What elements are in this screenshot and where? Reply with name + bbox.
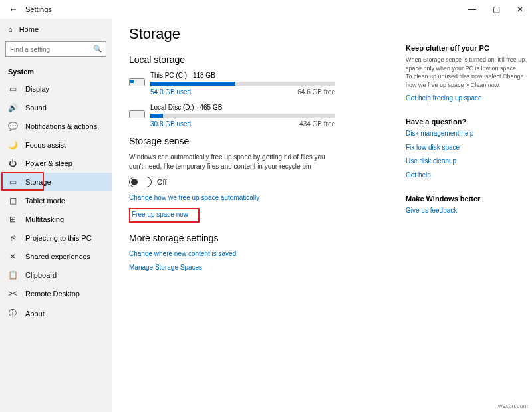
tablet-icon: ◫ — [8, 196, 17, 205]
focus-icon: 🌙 — [8, 140, 17, 150]
sidebar-item-sound[interactable]: 🔊 Sound — [0, 98, 112, 117]
multitasking-icon: ⊞ — [8, 215, 17, 224]
home-icon: ⌂ — [8, 25, 13, 33]
better-section: Make Windows better Give us feedback — [406, 195, 525, 214]
home-button[interactable]: ⌂ Home — [0, 21, 112, 37]
storage-sense-toggle[interactable]: Off — [129, 177, 335, 187]
drive-d[interactable]: Local Disc (D:) - 465 GB 30.8 GB used 43… — [129, 104, 335, 128]
close-button[interactable]: ✕ — [508, 0, 532, 19]
link-feedback[interactable]: Give us feedback — [406, 207, 525, 214]
window-title: Settings — [25, 5, 52, 13]
drive-icon — [129, 106, 145, 120]
sidebar-item-label: Shared experiences — [25, 253, 90, 260]
right-pane: Keep clutter off your PC When Storage se… — [406, 25, 525, 405]
drive-bar — [150, 82, 335, 86]
sidebar-item-focus[interactable]: 🌙 Focus assist — [0, 136, 112, 154]
sidebar-item-label: Sound — [25, 104, 47, 112]
link-get-help[interactable]: Get help — [406, 171, 525, 179]
main-left: Storage Local storage This PC (C:) - 118… — [129, 25, 335, 405]
power-icon: ⏻ — [8, 159, 17, 168]
main: Storage Local storage This PC (C:) - 118… — [112, 19, 532, 412]
about-icon: ⓘ — [8, 308, 17, 319]
remote-icon: >< — [8, 289, 17, 298]
sidebar-item-label: About — [25, 310, 45, 318]
content: ⌂ Home 🔍 System ▭ Display 🔊 Sound 💬 Noti… — [0, 19, 532, 412]
drive-stats: 30.8 GB used 434 GB free — [150, 120, 335, 128]
drive-info: Local Disc (D:) - 465 GB 30.8 GB used 43… — [150, 104, 335, 128]
link-change-content[interactable]: Change where new content is saved — [129, 250, 335, 257]
drive-free: 434 GB free — [299, 120, 335, 128]
sidebar-item-about[interactable]: ⓘ About — [0, 303, 112, 324]
sidebar-item-label: Clipboard — [25, 271, 57, 279]
link-free-up-space[interactable]: Free up space now — [132, 211, 188, 218]
question-heading: Have a question? — [406, 118, 525, 126]
drive-title: Local Disc (D:) - 465 GB — [150, 104, 335, 111]
more-storage-heading: More storage settings — [129, 233, 335, 243]
shared-icon: ✕ — [8, 252, 17, 261]
maximize-button[interactable]: ▢ — [484, 0, 508, 19]
notifications-icon: 💬 — [8, 122, 17, 131]
sidebar-item-label: Power & sleep — [25, 159, 72, 167]
sidebar-item-label: Projecting to this PC — [25, 234, 92, 242]
drive-bar — [150, 114, 335, 118]
storage-sense-desc: Windows can automatically free up space … — [129, 153, 335, 171]
storage-icon: ▭ — [8, 177, 17, 187]
sidebar-item-shared[interactable]: ✕ Shared experiences — [0, 247, 112, 266]
clutter-heading: Keep clutter off your PC — [406, 44, 525, 52]
sidebar-item-label: Tablet mode — [25, 197, 65, 205]
display-icon: ▭ — [8, 84, 17, 94]
drive-c[interactable]: This PC (C:) - 118 GB 54.0 GB used 64.6 … — [129, 72, 335, 96]
better-heading: Make Windows better — [406, 195, 525, 203]
watermark: wsxdn.com — [498, 403, 528, 409]
clutter-text: When Storage sense is turned on, it'll f… — [406, 56, 525, 89]
sidebar-item-display[interactable]: ▭ Display — [0, 80, 112, 98]
link-help-freeing[interactable]: Get help freeing up space — [406, 94, 525, 102]
drive-info: This PC (C:) - 118 GB 54.0 GB used 64.6 … — [150, 72, 335, 96]
minimize-button[interactable]: — — [460, 0, 484, 19]
sidebar-item-label: Remote Desktop — [25, 290, 80, 298]
sidebar-item-label: Multitasking — [25, 215, 64, 223]
link-manage-spaces[interactable]: Manage Storage Spaces — [129, 264, 335, 271]
drive-icon — [129, 74, 145, 88]
sidebar: ⌂ Home 🔍 System ▭ Display 🔊 Sound 💬 Noti… — [0, 19, 112, 412]
toggle-switch[interactable] — [129, 177, 152, 187]
clipboard-icon: 📋 — [8, 270, 17, 280]
sidebar-item-label: Display — [25, 85, 49, 93]
link-disk-cleanup[interactable]: Use disk cleanup — [406, 157, 525, 165]
sidebar-item-label: Notifications & actions — [25, 122, 97, 130]
sidebar-heading: System — [0, 61, 112, 80]
sidebar-item-notifications[interactable]: 💬 Notifications & actions — [0, 117, 112, 136]
sidebar-item-remote[interactable]: >< Remote Desktop — [0, 284, 112, 303]
sidebar-item-projecting[interactable]: ⎘ Projecting to this PC — [0, 229, 112, 247]
sound-icon: 🔊 — [8, 103, 17, 112]
sidebar-item-tablet[interactable]: ◫ Tablet mode — [0, 191, 112, 210]
link-disk-management[interactable]: Disk management help — [406, 130, 525, 137]
sidebar-item-label: Focus assist — [25, 141, 66, 149]
search-input[interactable] — [5, 41, 106, 57]
projecting-icon: ⎘ — [8, 233, 17, 243]
drive-stats: 54.0 GB used 64.6 GB free — [150, 88, 335, 96]
drive-free: 64.6 GB free — [297, 88, 335, 96]
local-storage-heading: Local storage — [129, 54, 335, 65]
home-label: Home — [19, 25, 39, 33]
drive-used: 30.8 GB used — [150, 120, 191, 128]
clutter-section: Keep clutter off your PC When Storage se… — [406, 44, 525, 102]
sidebar-item-label: Storage — [25, 178, 51, 186]
sidebar-item-storage[interactable]: ▭ Storage — [0, 173, 112, 191]
link-fix-low-disk[interactable]: Fix low disk space — [406, 144, 525, 151]
search-icon: 🔍 — [93, 45, 102, 53]
page-title: Storage — [129, 25, 335, 43]
titlebar: ← Settings — ▢ ✕ — [0, 0, 532, 19]
search-box: 🔍 — [5, 41, 106, 57]
drive-used: 54.0 GB used — [150, 88, 191, 96]
sidebar-item-multitasking[interactable]: ⊞ Multitasking — [0, 210, 112, 229]
question-section: Have a question? Disk management help Fi… — [406, 118, 525, 179]
link-change-free-space[interactable]: Change how we free up space automaticall… — [129, 194, 335, 201]
toggle-label: Off — [157, 178, 166, 186]
storage-sense-heading: Storage sense — [129, 136, 335, 146]
sidebar-item-clipboard[interactable]: 📋 Clipboard — [0, 266, 112, 284]
sidebar-item-power[interactable]: ⏻ Power & sleep — [0, 154, 112, 173]
drive-title: This PC (C:) - 118 GB — [150, 72, 335, 79]
back-button[interactable]: ← — [5, 1, 21, 17]
free-up-wrap: Free up space now — [129, 208, 191, 221]
